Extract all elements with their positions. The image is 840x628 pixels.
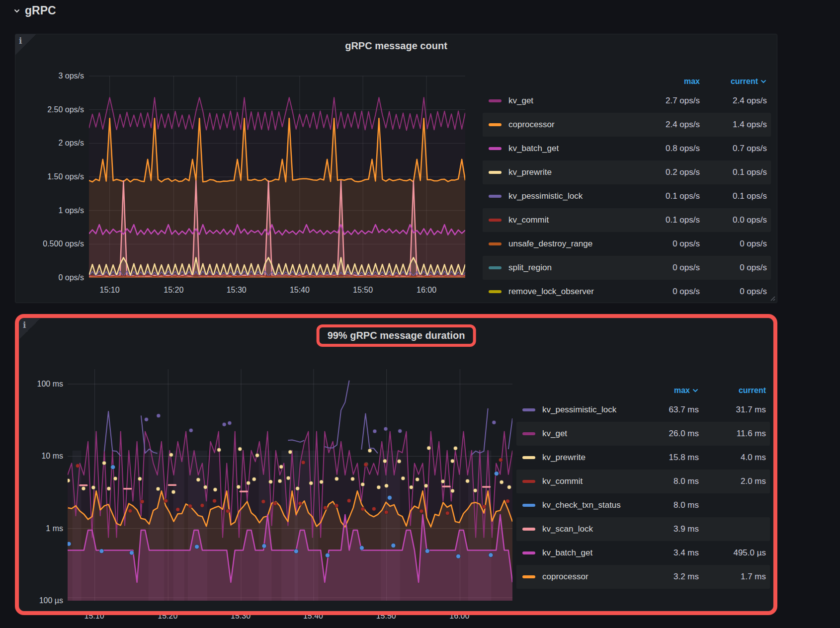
legend-series-label[interactable]: kv_prewrite (508, 167, 635, 177)
panel-grpc-message-count: i gRPC message count 3 ops/s2.50 ops/s2 … (15, 34, 777, 303)
legend-header: max current (483, 74, 771, 89)
legend-series-label[interactable]: kv_prewrite (542, 453, 634, 463)
legend-series-label[interactable]: kv_pessimistic_lock (508, 191, 635, 201)
legend-current-value: 0 ops/s (700, 287, 767, 297)
legend-row: kv_check_txn_status8.0 ms (516, 493, 770, 517)
sort-chevron-icon (692, 387, 699, 394)
legend-max-value: 0.1 ops/s (635, 215, 700, 225)
legend-max-value: 0.1 ops/s (635, 191, 700, 201)
legend-max-value: 2.4 ops/s (635, 120, 700, 130)
legend-series-label[interactable]: split_region (508, 263, 635, 273)
legend-current-value: 0 ops/s (700, 263, 767, 273)
legend-series-label[interactable]: kv_get (542, 429, 634, 439)
legend-row: kv_prewrite0.2 ops/s0.1 ops/s (483, 160, 771, 184)
legend-series-label[interactable]: kv_scan_lock (542, 524, 634, 534)
legend-max-value: 8.0 ms (634, 476, 699, 486)
series-color-swatch (522, 575, 535, 578)
chart-grpc-message-count[interactable] (89, 73, 465, 287)
series-color-swatch (489, 195, 502, 198)
legend-max-value: 0.2 ops/s (635, 167, 700, 177)
legend-row: kv_batch_get0.8 ops/s0.7 ops/s (483, 137, 771, 160)
legend-row: split_region0 ops/s0 ops/s (483, 256, 771, 280)
legend-row: kv_commit8.0 ms2.0 ms (516, 470, 770, 493)
legend-sort-max[interactable]: max (634, 386, 699, 395)
legend-current-value: 0.1 ops/s (700, 191, 767, 201)
y-tick-label: 3 ops/s (25, 72, 84, 80)
legend-max-value: 26.0 ms (634, 429, 699, 439)
legend-current-value: 0.1 ops/s (700, 167, 767, 177)
panel-info-icon[interactable]: i (15, 34, 36, 55)
legend-series-label[interactable]: kv_commit (542, 476, 634, 486)
legend-row: coprocessor3.2 ms1.7 ms (516, 565, 770, 589)
legend-max-value: 0 ops/s (635, 287, 700, 297)
legend-current-value: 0 ops/s (700, 239, 767, 249)
x-tick-label: 16:00 (412, 286, 441, 295)
legend-row: kv_batch_get3.4 ms495.0 µs (516, 541, 770, 565)
y-tick-label: 2.50 ops/s (25, 105, 84, 114)
legend: max current kv_get2.7 ops/s2.4 ops/scopr… (483, 74, 771, 303)
legend-series-label[interactable]: remove_lock_observer (508, 287, 635, 297)
legend-current-value: 0.0 ops/s (700, 215, 767, 225)
x-tick-label: 16:00 (444, 612, 474, 621)
section-header-grpc[interactable]: gRPC (13, 4, 56, 17)
legend-series-label[interactable]: unsafe_destroy_range (508, 239, 635, 249)
panel-title[interactable]: 99% gRPC message duration (328, 330, 465, 341)
legend-sort-current[interactable]: current (699, 386, 766, 395)
x-axis: 15:1015:2015:3015:4015:5016:00 (0, 612, 840, 628)
dashboard-page: { "colors": { "page_bg": "#111217", "pan… (0, 0, 840, 628)
series-color-swatch (489, 147, 502, 150)
y-tick-label: 1 ms (22, 524, 63, 533)
y-tick-label: 100 µs (22, 596, 63, 605)
panel-resize-handle[interactable] (768, 294, 775, 301)
chart-grpc-message-duration[interactable] (68, 364, 512, 603)
legend-current-value: 31.7 ms (699, 405, 766, 415)
legend-row: unsafe_destroy_range0 ops/s0 ops/s (483, 232, 771, 256)
legend-current-value: 11.6 ms (699, 429, 766, 439)
y-tick-label: 1.50 ops/s (25, 172, 84, 181)
legend-series-label[interactable]: kv_pessimistic_lock (542, 405, 634, 415)
legend-current-value: 0.7 ops/s (700, 144, 767, 154)
y-tick-label: 1 ops/s (25, 206, 84, 215)
x-tick-label: 15:10 (80, 612, 109, 621)
legend-row: kv_get26.0 ms11.6 ms (516, 422, 770, 446)
series-color-swatch (489, 242, 502, 245)
legend-max-value: 2.7 ops/s (635, 96, 700, 106)
legend-current-value: 2.4 ops/s (700, 96, 767, 106)
legend-max-value: 8.0 ms (634, 500, 699, 510)
panel-title[interactable]: gRPC message count (15, 40, 777, 52)
series-color-swatch (489, 171, 502, 174)
legend-row: kv_get2.7 ops/s2.4 ops/s (483, 89, 771, 113)
legend-max-value: 3.9 ms (634, 524, 699, 534)
legend-row: kv_pessimistic_lock63.7 ms31.7 ms (516, 398, 770, 422)
series-color-swatch (522, 551, 535, 554)
legend-series-label[interactable]: kv_commit (508, 215, 635, 225)
legend-max-value: 15.8 ms (634, 453, 699, 463)
legend-max-value: 0.8 ops/s (635, 144, 700, 154)
legend: max current kv_pessimistic_lock63.7 ms31… (516, 383, 770, 589)
legend-series-label[interactable]: kv_batch_get (542, 548, 634, 558)
legend-max-value: 0 ops/s (635, 263, 700, 273)
panel-info-icon[interactable]: i (19, 318, 40, 339)
legend-sort-current[interactable]: current (700, 77, 767, 86)
legend-row: kv_pessimistic_lock0.1 ops/s0.1 ops/s (483, 184, 771, 208)
legend-series-label[interactable]: coprocessor (508, 120, 635, 130)
legend-max-value: 3.2 ms (634, 572, 699, 582)
sort-chevron-icon (760, 78, 767, 85)
legend-sort-max[interactable]: max (635, 77, 700, 86)
legend-current-value: 495.0 µs (699, 548, 766, 558)
legend-series-label[interactable]: kv_batch_get (508, 144, 635, 154)
series-color-swatch (522, 528, 535, 531)
y-tick-label: 10 ms (22, 452, 63, 461)
legend-max-value: 63.7 ms (634, 405, 699, 415)
legend-current-value: 2.0 ms (699, 476, 766, 486)
series-color-swatch (489, 123, 502, 126)
x-tick-label: 15:30 (226, 612, 255, 621)
legend-series-label[interactable]: coprocessor (542, 572, 634, 582)
y-tick-label: 0 ops/s (25, 273, 84, 282)
y-tick-label: 0.500 ops/s (25, 239, 84, 248)
legend-series-label[interactable]: kv_get (508, 96, 635, 106)
x-tick-label: 15:40 (285, 286, 315, 295)
x-tick-label: 15:50 (371, 612, 401, 621)
panel-grpc-message-duration: i 99% gRPC message duration 100 ms10 ms1… (19, 318, 773, 611)
legend-series-label[interactable]: kv_check_txn_status (542, 500, 634, 510)
